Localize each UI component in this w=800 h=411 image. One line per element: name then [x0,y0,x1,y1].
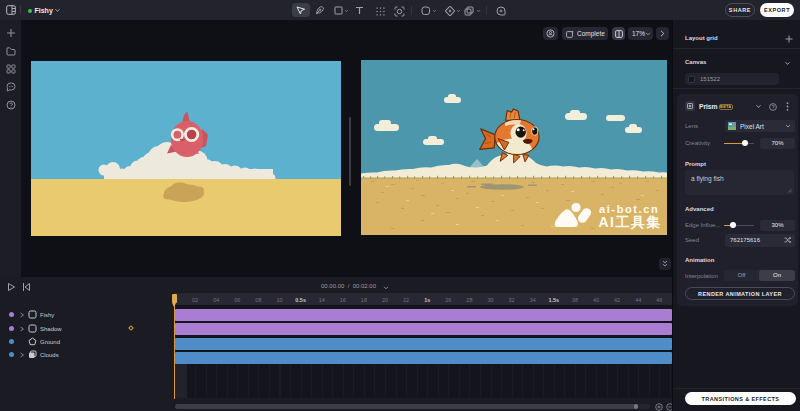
svg-text:AI工具集: AI工具集 [599,214,663,230]
svg-text:ai-bot.cn: ai-bot.cn [599,203,659,215]
